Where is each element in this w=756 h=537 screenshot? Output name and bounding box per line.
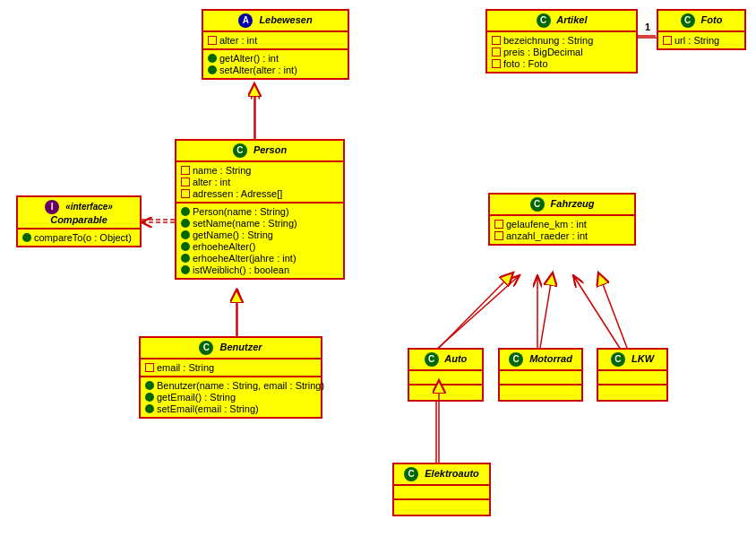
lebewesen-name: Lebewesen [259, 14, 312, 25]
class-comparable: I «interface» Comparable compareTo(o : O… [16, 195, 142, 247]
svg-line-14 [540, 273, 553, 348]
field-icon [145, 363, 154, 372]
field-icon [181, 189, 190, 198]
method-icon [145, 381, 154, 390]
foto-icon: C [681, 13, 695, 28]
auto-empty [409, 371, 482, 385]
method-icon [181, 219, 190, 228]
comparable-icon: I [45, 200, 59, 214]
arrows-svg: Foto --> [0, 0, 756, 537]
auto-name: Auto [444, 353, 467, 364]
method-icon [208, 54, 217, 63]
class-motorrad: C Motorrad [498, 348, 583, 402]
elektroauto-empty2 [394, 500, 489, 515]
field-icon [181, 178, 190, 186]
motorrad-empty2 [500, 385, 581, 400]
lkw-icon: C [611, 352, 625, 367]
field-icon [181, 166, 190, 175]
fahrzeug-header: C Fahrzeug [490, 195, 634, 216]
class-fahrzeug: C Fahrzeug gelaufene_km : int anzahl_rae… [488, 193, 636, 246]
lebewesen-icon: A [238, 13, 253, 28]
fahrzeug-icon: C [530, 197, 545, 212]
field-icon [492, 48, 501, 56]
lkw-header: C LKW [598, 350, 666, 371]
lkw-empty2 [598, 385, 666, 400]
method-icon [181, 207, 190, 216]
field-icon [208, 36, 217, 45]
svg-line-6 [573, 275, 621, 350]
class-foto: C Foto url : String [657, 9, 746, 50]
foto-header: C Foto [658, 11, 744, 32]
auto-empty2 [409, 385, 482, 400]
artikel-fields: bezeichnung : String preis : BigDecimal … [487, 32, 636, 72]
artikel-icon: C [537, 13, 551, 28]
foto-name: Foto [701, 14, 723, 25]
auto-header: C Auto [409, 350, 482, 371]
artikel-name: Artikel [556, 14, 587, 25]
comparable-header: I «interface» Comparable [18, 197, 140, 230]
elektroauto-name: Elektroauto [425, 468, 479, 479]
connections-svg [0, 0, 756, 537]
multiplicity-one: 1 [645, 22, 650, 32]
lebewesen-method-1: setAlter(alter : int) [208, 65, 343, 75]
class-lebewesen: A Lebewesen alter : int getAlter() : int… [202, 9, 349, 80]
method-icon [145, 404, 154, 413]
lebewesen-methods: getAlter() : int setAlter(alter : int) [203, 50, 348, 78]
elektroauto-empty [394, 486, 489, 500]
comparable-stereotype: «interface» [65, 202, 113, 212]
benutzer-fields: email : String [141, 359, 321, 377]
lebewesen-header: A Lebewesen [203, 11, 348, 32]
svg-line-13 [439, 273, 513, 348]
method-icon [145, 393, 154, 402]
fahrzeug-name: Fahrzeug [551, 198, 595, 209]
elektroauto-header: C Elektroauto [394, 464, 489, 486]
person-fields: name : String alter : int adressen : Adr… [176, 162, 343, 204]
lebewesen-field-0: alter : int [208, 35, 343, 46]
method-icon [181, 265, 190, 274]
class-person: C Person name : String alter : int adres… [175, 139, 345, 280]
class-artikel: C Artikel bezeichnung : String preis : B… [485, 9, 638, 74]
class-benutzer: C Benutzer email : String Benutzer(name … [139, 336, 322, 419]
person-name: Person [253, 144, 287, 155]
person-header: C Person [176, 141, 343, 162]
method-icon [22, 233, 31, 242]
lebewesen-method-0: getAlter() : int [208, 53, 343, 64]
benutzer-header: C Benutzer [141, 338, 321, 359]
benutzer-methods: Benutzer(name : String, email : String) … [141, 377, 321, 417]
elektroauto-icon: C [404, 467, 418, 481]
lkw-empty [598, 371, 666, 385]
auto-icon: C [425, 352, 439, 367]
field-icon [492, 59, 501, 68]
field-icon [663, 36, 672, 45]
class-lkw: C LKW [597, 348, 668, 402]
person-methods: Person(name : String) setName(name : Str… [176, 204, 343, 278]
method-icon [181, 242, 190, 251]
motorrad-icon: C [509, 352, 523, 367]
svg-line-4 [436, 275, 520, 350]
benutzer-icon: C [199, 341, 213, 355]
svg-line-15 [598, 273, 627, 348]
motorrad-empty [500, 371, 581, 385]
lkw-name: LKW [631, 353, 654, 364]
class-elektroauto: C Elektroauto [392, 463, 491, 516]
foto-fields: url : String [658, 32, 744, 48]
artikel-header: C Artikel [487, 11, 636, 32]
class-auto: C Auto [408, 348, 484, 402]
comparable-methods: compareTo(o : Object) [18, 230, 140, 246]
motorrad-header: C Motorrad [500, 350, 581, 371]
comparable-name: Comparable [50, 214, 107, 225]
method-icon [181, 254, 190, 263]
person-icon: C [233, 143, 247, 158]
benutzer-name: Benutzer [220, 342, 262, 352]
fahrzeug-fields: gelaufene_km : int anzahl_raeder : int [490, 216, 634, 244]
method-icon [208, 65, 217, 74]
lebewesen-fields: alter : int [203, 32, 348, 50]
method-icon [181, 230, 190, 239]
field-icon [494, 220, 503, 229]
motorrad-name: Motorrad [529, 353, 572, 364]
diagram-container: * 1 A Lebewesen alter : int getAlter() :… [0, 0, 756, 537]
field-icon [494, 231, 503, 240]
field-icon [492, 36, 501, 45]
